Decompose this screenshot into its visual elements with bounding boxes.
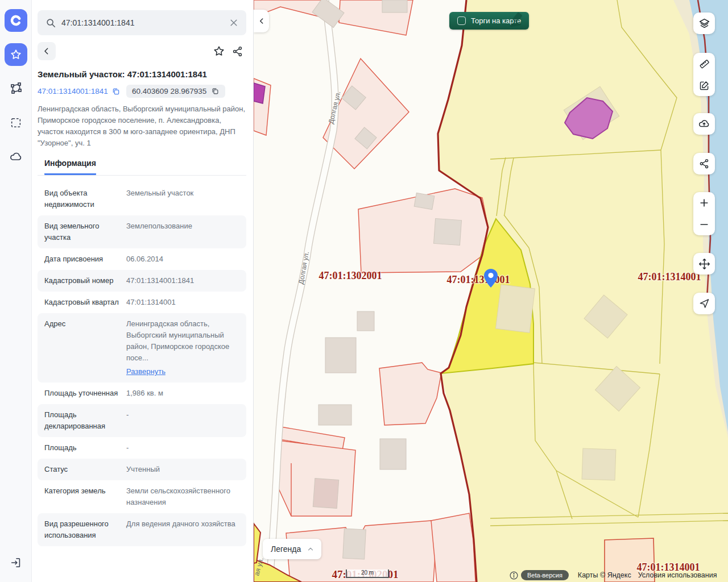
layers-icon [698,18,710,30]
trades-on-map-button[interactable]: Торги на карте [449,12,529,30]
cloud-icon [9,150,23,164]
page-title: Земельный участок: 47:01:1314001:1841 [38,69,246,79]
row-value: 47:01:1314001 [119,297,239,308]
back-button[interactable] [38,42,56,60]
row-label: Адрес [44,318,119,377]
row-label: Дата присвоения [44,253,119,265]
pan-icon [698,258,710,270]
sidebar-item-exit[interactable] [5,551,27,574]
copy-icon[interactable] [211,87,220,95]
quarter-label: 47:01:1302001 [319,270,382,281]
edit-icon [698,80,710,92]
edit-button[interactable] [693,74,715,96]
address-truncated: Ленинградская область, Выборгский муници… [126,319,229,362]
scale-label: 20 m [361,569,374,576]
quarter-label: 47:01:1314001 [638,271,701,282]
polygon-select-icon [9,82,23,95]
table-row: Категория земельЗемли сельскохозяйственн… [38,480,246,513]
map-graphics: Долгая ул. Долгая ул. ая ул. 47:01:13020… [254,0,728,582]
table-row-address: Адрес Ленинградская область, Выборгский … [38,313,246,383]
table-row: СтатусУчтенный [38,459,246,480]
row-value: - [119,409,239,432]
exit-icon [10,556,22,569]
favorite-button[interactable] [210,42,228,60]
draw-tools-control [693,53,715,96]
left-rail [0,0,32,582]
legend-label: Легенда [271,544,301,554]
beta-badge: Beta-версия [521,570,569,580]
row-value: Землепользование [119,221,239,243]
app-window: Земельный участок: 47:01:1314001:1841 47… [0,0,728,582]
cloud-upload-icon [698,118,710,130]
coordinates-chip[interactable]: 60.403609 28.967935 [126,85,225,98]
share-map-button[interactable] [693,153,715,174]
row-label: Категория земель [44,485,119,508]
share-icon [698,158,710,169]
row-label: Площадь декларированная [44,409,119,432]
layers-control [693,13,715,34]
locate-icon [698,298,710,309]
trades-checkbox[interactable] [457,16,466,25]
maps-attribution[interactable]: Карты © Яндекс [578,571,631,579]
row-label: Вид земельного участка [44,221,119,243]
table-row: Кадастровый номер47:01:1314001:1841 [38,270,246,292]
row-label: Площадь уточненная [44,388,119,399]
row-value: - [119,442,239,454]
id-chips: 47:01:1314001:1841 60.403609 28.967935 [38,85,246,98]
quarter-label: 47:01:1314001 [447,274,510,285]
cadastral-number-text: 47:01:1314001:1841 [38,87,108,95]
upload-control [693,113,715,135]
row-value: Для ведения дачного хозяйства [119,518,239,541]
clear-search-icon[interactable] [229,18,238,27]
search-bar [38,10,246,35]
layers-button[interactable] [693,13,715,34]
share-button[interactable] [228,42,246,60]
table-row: Вид объекта недвижимостиЗемельный участо… [38,182,246,215]
collapse-panel-button[interactable] [254,10,269,32]
sidebar-item-area-select[interactable] [5,111,27,134]
nspd-logo-icon [9,14,23,27]
panel-header [38,42,246,60]
sidebar-item-cloud[interactable] [5,146,27,168]
pan-button[interactable] [693,253,715,275]
zoom-in-icon [698,197,710,209]
row-label: Вид разрешенного использования [44,518,119,541]
table-row: Площадь декларированная- [38,404,246,437]
zoom-in-button[interactable] [693,192,715,214]
locate-control [693,293,715,314]
zoom-out-button[interactable] [693,214,715,235]
zoom-out-icon [698,219,710,230]
row-value: 06.06.2014 [119,253,239,265]
terms-link[interactable]: Условия использования [638,571,717,579]
locate-button[interactable] [693,293,715,314]
measure-button[interactable] [693,53,715,74]
legend-chevron-icon [307,545,315,553]
map-canvas[interactable]: Долгая ул. Долгая ул. ая ул. 47:01:13020… [254,0,728,582]
attribution: Beta-версия Карты © Яндекс Условия испол… [521,570,717,580]
search-input[interactable] [61,18,224,27]
sidebar-item-favorites[interactable] [5,43,27,66]
tab-information[interactable]: Информация [44,159,96,175]
legend-button[interactable]: Легенда [263,539,321,559]
share-map-control [693,153,715,174]
sidebar-item-polygon-select[interactable] [5,77,27,100]
table-row: Дата присвоения06.06.2014 [38,248,246,270]
row-label: Площадь [44,442,119,454]
row-value: Земельный участок [119,188,239,210]
coordinates-text: 60.403609 28.967935 [132,87,206,95]
cadastral-number-link[interactable]: 47:01:1314001:1841 [38,87,121,96]
ruler-icon [698,58,710,70]
copy-icon[interactable] [111,87,121,96]
expand-link[interactable]: Развернуть [126,366,166,377]
chevron-left-icon [42,47,51,56]
tab-bar: Информация [38,158,246,176]
row-label: Вид объекта недвижимости [44,188,119,210]
row-value: 1,986 кв. м [119,388,239,399]
upload-button[interactable] [693,113,715,135]
info-panel: Земельный участок: 47:01:1314001:1841 47… [32,0,254,582]
info-icon[interactable] [509,571,519,580]
row-label: Статус [44,464,119,475]
app-logo[interactable] [5,9,27,32]
table-row: Площадь уточненная1,986 кв. м [38,383,246,404]
star-outline-icon [213,45,225,57]
